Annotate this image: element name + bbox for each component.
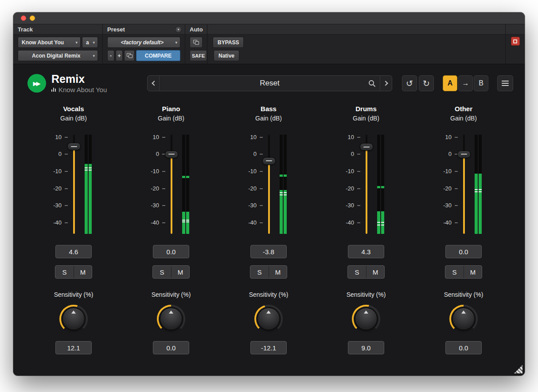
next-preset-button[interactable]: + bbox=[116, 50, 123, 61]
meter-peak-mark bbox=[479, 191, 482, 192]
solo-button[interactable]: S bbox=[250, 266, 269, 278]
scale-label: -10 bbox=[434, 168, 452, 175]
fader-track[interactable] bbox=[268, 135, 270, 234]
sensitivity-value[interactable]: 12.1 bbox=[55, 341, 92, 354]
channel-name: Bass bbox=[261, 105, 277, 113]
redo-button[interactable]: ↻ bbox=[419, 75, 434, 91]
main-menu-button[interactable] bbox=[497, 75, 513, 91]
channel-param-label: Gain (dB) bbox=[60, 115, 87, 122]
sensitivity-knob[interactable] bbox=[59, 305, 88, 333]
fader-handle[interactable] bbox=[67, 143, 81, 150]
bypass-button[interactable]: BYPASS bbox=[213, 37, 244, 48]
meter-bar-left bbox=[377, 135, 380, 234]
fader-handle[interactable] bbox=[360, 143, 373, 151]
sensitivity-value[interactable]: 0.0 bbox=[445, 341, 482, 354]
channel-strip-other: Other Gain (dB) 100-10-20-30-40 0.0 S M … bbox=[415, 105, 512, 354]
chevron-left-icon bbox=[152, 81, 156, 85]
compare-button[interactable]: COMPARE bbox=[136, 50, 180, 61]
knob-body bbox=[257, 308, 280, 330]
solo-button[interactable]: S bbox=[348, 266, 366, 278]
fader-track[interactable] bbox=[171, 135, 172, 234]
gain-value[interactable]: 0.0 bbox=[153, 245, 189, 258]
undo-button[interactable]: ↺ bbox=[402, 75, 417, 91]
remix-logo-icon: ▶▶ bbox=[27, 74, 46, 93]
meter-peak-mark bbox=[89, 170, 92, 171]
ab-state-b-button[interactable]: B bbox=[474, 75, 488, 91]
preset-selector[interactable]: <factory default> ▾ bbox=[107, 37, 180, 48]
preset-next-button[interactable] bbox=[380, 76, 392, 91]
scale-tick bbox=[260, 205, 263, 206]
sensitivity-knob[interactable] bbox=[449, 305, 478, 333]
preset-name-text: Reset bbox=[160, 79, 380, 88]
sensitivity-value[interactable]: 0.0 bbox=[153, 341, 189, 354]
scale-tick bbox=[65, 154, 68, 155]
mute-button[interactable]: M bbox=[269, 266, 287, 278]
plugin-title: Remix bbox=[51, 73, 129, 85]
fader-handle[interactable] bbox=[165, 151, 178, 158]
fader-fill bbox=[463, 154, 465, 234]
knob-indicator-icon bbox=[461, 310, 466, 314]
meter-peak-mark bbox=[475, 191, 478, 192]
gain-value[interactable]: 4.6 bbox=[55, 245, 92, 258]
mute-button[interactable]: M bbox=[366, 266, 384, 278]
ab-state-a-button[interactable]: A bbox=[443, 75, 457, 91]
meter-peak-mark bbox=[381, 222, 384, 223]
meter-segment bbox=[280, 175, 283, 177]
gain-value[interactable]: 4.3 bbox=[348, 245, 384, 258]
gain-value[interactable]: 0.0 bbox=[445, 245, 482, 258]
fader-handle[interactable] bbox=[262, 157, 276, 165]
solo-button[interactable]: S bbox=[153, 266, 171, 278]
undo-redo-group: ↺ ↻ bbox=[402, 75, 434, 91]
scale-label: -40 bbox=[336, 219, 354, 226]
channel-name: Other bbox=[455, 105, 472, 113]
fader-track[interactable] bbox=[463, 135, 465, 234]
solo-button[interactable]: S bbox=[55, 266, 74, 278]
preset-search-button[interactable] bbox=[368, 76, 376, 91]
level-meter bbox=[377, 135, 384, 234]
scale-label: -40 bbox=[141, 219, 159, 226]
resize-handle-icon[interactable] bbox=[514, 365, 522, 373]
fader-track[interactable] bbox=[366, 135, 367, 234]
scale-label: -30 bbox=[336, 202, 354, 209]
scale-tick bbox=[357, 205, 360, 206]
meter-bar-right bbox=[89, 135, 92, 234]
mute-button[interactable]: M bbox=[171, 266, 189, 278]
scale-tick bbox=[162, 222, 165, 223]
scale-tick bbox=[357, 222, 360, 223]
fader-track[interactable] bbox=[73, 135, 75, 234]
scale-label: -30 bbox=[239, 202, 257, 209]
sensitivity-knob[interactable] bbox=[254, 305, 283, 333]
preset-name-field[interactable]: Reset bbox=[160, 76, 380, 91]
plugin-selector[interactable]: Acon Digital Remix ▾ bbox=[18, 50, 98, 61]
sensitivity-value[interactable]: -12.1 bbox=[250, 341, 287, 354]
mute-button[interactable]: M bbox=[74, 266, 92, 278]
meter-segment bbox=[284, 175, 287, 177]
sensitivity-label: Sensitivity (%) bbox=[152, 291, 191, 299]
automation-windows-icon bbox=[193, 40, 199, 45]
preset-prev-button[interactable] bbox=[148, 76, 160, 91]
preset-menu-icon[interactable]: ▾ bbox=[175, 26, 182, 33]
minimize-window-button[interactable] bbox=[30, 16, 35, 21]
sensitivity-knob[interactable] bbox=[352, 305, 380, 333]
automation-enable-button[interactable] bbox=[190, 37, 203, 48]
copy-settings-button[interactable] bbox=[124, 50, 135, 61]
scale-tick bbox=[260, 154, 263, 155]
automation-mode-selector[interactable]: a ▾ bbox=[82, 37, 98, 48]
meter-peak-mark bbox=[182, 220, 185, 221]
track-selector[interactable]: Know About You ▾ bbox=[18, 37, 81, 48]
gain-value[interactable]: -3.8 bbox=[250, 245, 287, 258]
ab-copy-button[interactable]: → bbox=[458, 75, 473, 91]
native-format-button[interactable]: Native bbox=[214, 50, 239, 61]
sensitivity-value[interactable]: 9.0 bbox=[348, 341, 384, 354]
fader-handle[interactable] bbox=[457, 151, 471, 158]
scale-tick bbox=[357, 171, 360, 172]
sensitivity-label: Sensitivity (%) bbox=[54, 291, 94, 299]
meter-bar-left bbox=[280, 135, 283, 234]
safe-button[interactable]: SAFE bbox=[190, 50, 207, 61]
mute-button[interactable]: M bbox=[464, 266, 482, 278]
previous-preset-button[interactable]: - bbox=[107, 50, 114, 61]
close-window-button[interactable] bbox=[21, 16, 26, 21]
target-window-button[interactable] bbox=[511, 37, 520, 46]
solo-button[interactable]: S bbox=[445, 266, 464, 278]
sensitivity-knob[interactable] bbox=[157, 305, 185, 333]
